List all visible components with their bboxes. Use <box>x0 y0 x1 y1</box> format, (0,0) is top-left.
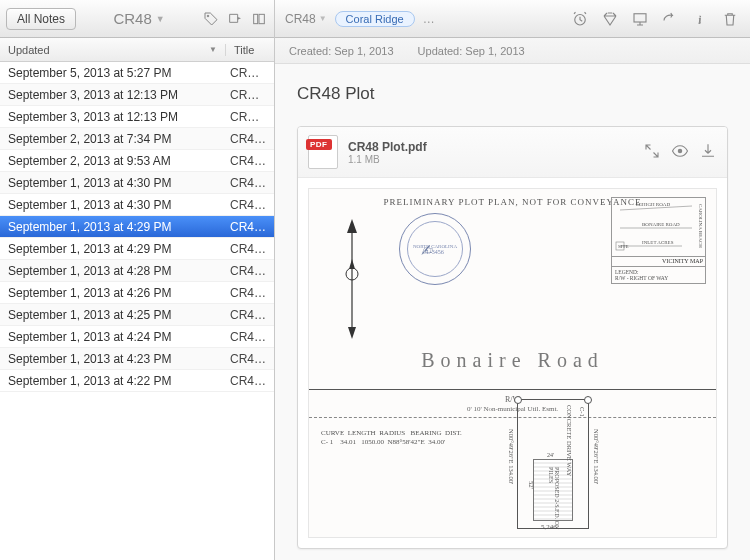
note-row-title: CR4… <box>226 330 274 344</box>
attachment-preview[interactable]: PRELIMINARY PLOT PLAN, NOT FOR CONVEYANC… <box>298 178 727 548</box>
note-row-date: September 1, 2013 at 4:23 PM <box>0 352 226 366</box>
attachment-card: CR48 Plot.pdf 1.1 MB PRELIMINARY PLOT PL… <box>297 126 728 549</box>
move-note-icon[interactable] <box>226 10 244 28</box>
note-row-title: CR4… <box>226 154 274 168</box>
compass-icon <box>337 219 367 343</box>
svg-marker-9 <box>347 219 357 233</box>
note-row[interactable]: September 1, 2013 at 4:30 PMCR4… <box>0 172 274 194</box>
info-icon[interactable]: i <box>690 9 710 29</box>
svg-line-13 <box>620 206 692 210</box>
note-row[interactable]: September 2, 2013 at 9:53 AMCR4… <box>0 150 274 172</box>
svg-text:SITE: SITE <box>618 244 629 249</box>
chevron-down-icon: ▼ <box>156 14 165 24</box>
row-label: R/W <box>309 395 716 404</box>
note-row[interactable]: September 1, 2013 at 4:29 PMCR4… <box>0 238 274 260</box>
quicklook-icon[interactable] <box>671 142 689 163</box>
note-row-title: CR4… <box>226 176 274 190</box>
lot-bearing-right: N00°49'26"E 134.00' <box>593 429 600 484</box>
note-row-title: CR4… <box>226 132 274 146</box>
curve-ref: C-1 <box>579 407 586 417</box>
lot-bearing-left: N00°49'26"E 134.00' <box>508 429 515 484</box>
note-row-title: CR4… <box>226 374 274 388</box>
note-row[interactable]: September 1, 2013 at 4:28 PMCR4… <box>0 260 274 282</box>
note-row-date: September 1, 2013 at 4:29 PM <box>0 242 226 256</box>
trash-icon[interactable] <box>720 9 740 29</box>
all-notes-button[interactable]: All Notes <box>6 8 76 30</box>
sidebar: All Notes CR48 ▼ Updated ▼ Title Septemb… <box>0 0 275 560</box>
note-row-title: CR4… <box>226 198 274 212</box>
note-row-title: CR4… <box>226 308 274 322</box>
notebook-name: CR48 <box>113 10 151 27</box>
created-field: Created: Sep 1, 2013 <box>289 45 394 57</box>
svg-marker-10 <box>348 327 356 339</box>
note-meta-bar: Created: Sep 1, 2013 Updated: Sep 1, 201… <box>275 38 750 64</box>
svg-point-7 <box>678 148 683 153</box>
attachment-header: CR48 Plot.pdf 1.1 MB <box>298 127 727 178</box>
note-row[interactable]: September 1, 2013 at 4:24 PMCR4… <box>0 326 274 348</box>
vicinity-map: LEHIGH ROAD BONAIRE ROAD INLET ACRES CAR… <box>611 197 706 284</box>
note-row-title: CR… <box>226 66 274 80</box>
plot-plan-document: PRELIMINARY PLOT PLAN, NOT FOR CONVEYANC… <box>308 188 717 538</box>
note-row-date: September 3, 2013 at 12:13 PM <box>0 88 226 102</box>
note-row[interactable]: September 3, 2013 at 12:13 PMCR… <box>0 106 274 128</box>
svg-point-0 <box>207 15 209 17</box>
note-row[interactable]: September 1, 2013 at 4:29 PMCR4… <box>0 216 274 238</box>
column-header-updated[interactable]: Updated ▼ <box>0 44 226 56</box>
driveway-label: CONCRETE DRIVE WAY <box>566 405 573 477</box>
note-row[interactable]: September 1, 2013 at 4:26 PMCR4… <box>0 282 274 304</box>
tag-icon[interactable] <box>202 10 220 28</box>
easement-label: 0' 10' Non-municipal Util. Esmt. <box>309 405 716 413</box>
expand-icon[interactable] <box>643 142 661 163</box>
note-row-title: CR… <box>226 88 274 102</box>
note-row[interactable]: September 3, 2013 at 12:13 PMCR… <box>0 84 274 106</box>
attachment-filename: CR48 Plot.pdf <box>348 140 427 154</box>
note-row-title: CR… <box>226 110 274 124</box>
note-list[interactable]: September 5, 2013 at 5:27 PMCR…September… <box>0 62 274 560</box>
curve-table: CURVE LENGTH RADIUS BEARING DIST. C- 1 3… <box>321 429 462 447</box>
pdf-icon <box>308 135 338 169</box>
note-row[interactable]: September 1, 2013 at 4:23 PMCR4… <box>0 348 274 370</box>
note-row-date: September 1, 2013 at 4:22 PM <box>0 374 226 388</box>
present-icon[interactable] <box>600 9 620 29</box>
note-row[interactable]: September 1, 2013 at 4:25 PMCR4… <box>0 304 274 326</box>
sort-indicator-icon: ▼ <box>209 45 217 54</box>
more-tags-indicator[interactable]: … <box>423 12 435 26</box>
note-row[interactable]: September 5, 2013 at 5:27 PMCR… <box>0 62 274 84</box>
note-row-date: September 2, 2013 at 9:53 AM <box>0 154 226 168</box>
note-row-title: CR4… <box>226 264 274 278</box>
note-row-date: September 3, 2013 at 12:13 PM <box>0 110 226 124</box>
note-row[interactable]: September 1, 2013 at 4:22 PMCR4… <box>0 370 274 392</box>
share-icon[interactable] <box>660 9 680 29</box>
note-row-title: CR4… <box>226 286 274 300</box>
note-row-date: September 5, 2013 at 5:27 PM <box>0 66 226 80</box>
note-row-date: September 1, 2013 at 4:24 PM <box>0 330 226 344</box>
note-row-title: CR4… <box>226 220 274 234</box>
note-body[interactable]: CR48 Plot CR48 Plot.pdf 1.1 MB <box>275 64 750 560</box>
note-toolbar: CR48 ▼ Coral Ridge … i <box>275 0 750 38</box>
note-row[interactable]: September 2, 2013 at 7:34 PMCR4… <box>0 128 274 150</box>
svg-text:i: i <box>698 12 702 27</box>
note-list-header: Updated ▼ Title <box>0 38 274 62</box>
lot-area: 5,246 <box>541 523 557 531</box>
column-header-title[interactable]: Title <box>226 44 274 56</box>
note-row-title: CR4… <box>226 352 274 366</box>
note-row[interactable]: September 1, 2013 at 4:30 PMCR4… <box>0 194 274 216</box>
svg-marker-12 <box>349 259 355 269</box>
updated-field: Updated: Sep 1, 2013 <box>418 45 525 57</box>
house-width: 24' <box>547 452 554 458</box>
note-row-date: September 1, 2013 at 4:30 PM <box>0 198 226 212</box>
road-name: Bonaire Road <box>309 349 716 372</box>
sidebar-toolbar: All Notes CR48 ▼ <box>0 0 274 38</box>
download-icon[interactable] <box>699 142 717 163</box>
view-options-icon[interactable] <box>250 10 268 28</box>
breadcrumb-notebook[interactable]: CR48 ▼ <box>285 12 327 26</box>
note-row-date: September 1, 2013 at 4:30 PM <box>0 176 226 190</box>
slideshow-icon[interactable] <box>630 9 650 29</box>
tag-chip[interactable]: Coral Ridge <box>335 11 415 27</box>
notebook-selector[interactable]: CR48 ▼ <box>80 10 198 27</box>
note-row-date: September 1, 2013 at 4:29 PM <box>0 220 226 234</box>
svg-rect-1 <box>254 14 258 23</box>
reminder-icon[interactable] <box>570 9 590 29</box>
note-title[interactable]: CR48 Plot <box>297 84 728 104</box>
house-height: 52' <box>528 481 535 489</box>
